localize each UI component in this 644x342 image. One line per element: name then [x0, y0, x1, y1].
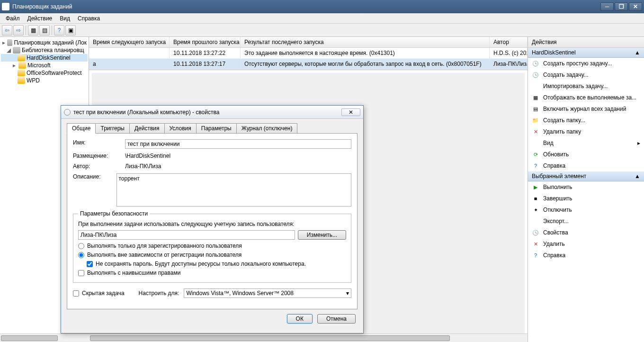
table-row[interactable]: 10.11.2018 13:27:22 Это задание выполняе… — [89, 48, 528, 59]
action-refresh[interactable]: ⟳Обновить — [528, 149, 644, 160]
tree-item-microsoft[interactable]: ▸Microsoft — [1, 62, 88, 69]
action-show-running[interactable]: ▦Отображать все выполняемые за... — [528, 92, 644, 103]
window-titlebar: Планировщик заданий ─ ❐ ✕ — [0, 0, 644, 13]
tree-item-harddisksentinel[interactable]: HardDiskSentinel — [1, 54, 88, 62]
user-account: Лиза-ПК\Лиза — [78, 230, 295, 240]
action-run[interactable]: ▶Выполнить — [528, 181, 644, 193]
tree-root[interactable]: ▸Планировщик заданий (Лок — [1, 39, 88, 46]
ok-button[interactable]: ОК — [287, 314, 313, 324]
security-fieldset: Параметры безопасности При выполнении за… — [73, 210, 351, 283]
cancel-button[interactable]: Отмена — [317, 314, 356, 324]
minimize-button[interactable]: ─ — [600, 2, 614, 11]
tree-library[interactable]: ◢Библиотека планировщ — [1, 46, 88, 54]
help-button[interactable]: ? — [54, 25, 64, 36]
tab-general[interactable]: Общие — [67, 123, 96, 134]
col-last[interactable]: Время прошлого запуска — [170, 37, 241, 47]
check-no-password[interactable]: Не сохранять пароль. Будут доступны ресу… — [87, 261, 346, 267]
label-location: Размещение: — [73, 153, 125, 159]
configure-label: Настроить для: — [139, 290, 179, 297]
col-result[interactable]: Результат последнего запуска — [241, 37, 490, 47]
menu-file[interactable]: Файл — [2, 14, 24, 23]
refresh-icon: ⟳ — [532, 151, 539, 158]
action-properties[interactable]: 🕓Свойства — [528, 227, 644, 238]
action-disable[interactable]: ✦Отключить — [528, 204, 644, 216]
toolbar-button-2[interactable]: ▤ — [39, 25, 50, 36]
tab-settings[interactable]: Параметры — [196, 123, 237, 134]
change-user-button[interactable]: Изменить... — [298, 230, 346, 240]
forward-button[interactable]: ⇨ — [13, 25, 24, 36]
tab-triggers[interactable]: Триггеры — [95, 123, 130, 134]
chevron-right-icon: ▸ — [637, 140, 640, 146]
tree-scrollbar[interactable] — [0, 333, 89, 342]
export-icon — [532, 217, 539, 225]
label-description: Описание: — [73, 173, 116, 207]
toolbar-button-1[interactable]: ▦ — [28, 25, 38, 36]
back-button[interactable]: ⇦ — [2, 25, 12, 36]
tree-item-office[interactable]: OfficeSoftwareProtect — [1, 69, 88, 77]
radio-logged-on[interactable]: Выполнять только для зарегистрированного… — [78, 243, 346, 249]
collapse-icon: ▲ — [635, 49, 640, 56]
dialog-titlebar[interactable]: тест при включении (Локальный компьютер)… — [61, 106, 363, 119]
close-button[interactable]: ✕ — [629, 2, 642, 11]
actions-group-2[interactable]: Выбранный элемент▲ — [528, 171, 644, 181]
user-intro: При выполнении задачи использовать следу… — [78, 221, 346, 227]
toolbar-button-3[interactable]: ▣ — [65, 25, 76, 36]
check-hidden[interactable]: Скрытая задача — [73, 290, 125, 297]
action-view[interactable]: Вид▸ — [528, 137, 644, 149]
clock-icon — [64, 109, 71, 116]
action-end[interactable]: ■Завершить — [528, 193, 644, 204]
dialog-tabs: Общие Триггеры Действия Условия Параметр… — [61, 119, 363, 133]
actions-pane: Действия HardDiskSentinel▲ 🕓Создать прос… — [528, 37, 644, 342]
action-enable-history[interactable]: ▤Включить журнал всех заданий — [528, 103, 644, 115]
security-legend: Параметры безопасности — [78, 210, 150, 217]
label-name: Имя: — [73, 139, 125, 149]
tab-panel-general: Имя:тест при включении Размещение:\HardD… — [67, 133, 358, 309]
collapse-icon: ▲ — [635, 173, 640, 180]
menu-action[interactable]: Действие — [24, 14, 56, 23]
help-icon: ? — [532, 252, 539, 259]
import-icon — [532, 82, 539, 90]
history-icon: ▤ — [532, 105, 539, 113]
wizard-icon: 🕓 — [532, 60, 539, 67]
delete-icon: ✕ — [532, 240, 539, 248]
description-input[interactable] — [116, 173, 351, 207]
action-help-2[interactable]: ?Справка — [528, 250, 644, 261]
tree-item-wpd[interactable]: WPD — [1, 77, 88, 84]
tab-actions[interactable]: Действия — [129, 123, 165, 134]
menu-bar: Файл Действие Вид Справка — [0, 13, 644, 24]
chevron-down-icon: ▾ — [346, 290, 349, 297]
check-highest-priv[interactable]: Выполнять с наивысшими правами — [78, 270, 346, 276]
grid-header: Время следующего запуска Время прошлого … — [89, 37, 528, 48]
play-icon: ▶ — [532, 183, 539, 191]
menu-help[interactable]: Справка — [74, 14, 104, 23]
action-import[interactable]: Импортировать задачу... — [528, 81, 644, 92]
value-author: Лиза-ПК\Лиза — [125, 163, 351, 170]
value-name[interactable]: тест при включении — [125, 139, 351, 149]
actions-group-1[interactable]: HardDiskSentinel▲ — [528, 48, 644, 58]
action-create-basic[interactable]: 🕓Создать простую задачу... — [528, 58, 644, 69]
table-row[interactable]: а 10.11.2018 13:27:17 Отсутствуют сервер… — [89, 59, 528, 70]
configure-for-combo[interactable]: Windows Vista™, Windows Server™ 2008▾ — [184, 288, 351, 298]
help-icon: ? — [532, 162, 539, 170]
task-icon: 🕓 — [532, 71, 539, 79]
action-create-task[interactable]: 🕓Создать задачу... — [528, 69, 644, 81]
properties-dialog: тест при включении (Локальный компьютер)… — [61, 105, 364, 333]
center-scrollbar[interactable] — [89, 333, 528, 342]
dialog-close-button[interactable]: ✕ — [341, 108, 360, 116]
task-grid: Время следующего запуска Время прошлого … — [89, 37, 528, 70]
action-help[interactable]: ?Справка — [528, 160, 644, 171]
tab-conditions[interactable]: Условия — [164, 123, 197, 134]
delete-icon: ✕ — [532, 128, 539, 135]
radio-any-user[interactable]: Выполнять вне зависимости от регистрации… — [78, 252, 346, 258]
value-location: \HardDiskSentinel — [125, 153, 351, 159]
action-new-folder[interactable]: 📁Создать папку... — [528, 115, 644, 126]
tab-history[interactable]: Журнал (отключен) — [236, 123, 298, 134]
menu-view[interactable]: Вид — [56, 14, 74, 23]
action-delete[interactable]: ✕Удалить — [528, 238, 644, 250]
col-author[interactable]: Автор — [490, 37, 528, 47]
maximize-button[interactable]: ❐ — [615, 2, 628, 11]
action-export[interactable]: Экспорт... — [528, 216, 644, 227]
action-delete-folder[interactable]: ✕Удалить папку — [528, 126, 644, 137]
app-icon — [2, 3, 9, 10]
col-next[interactable]: Время следующего запуска — [89, 37, 170, 47]
